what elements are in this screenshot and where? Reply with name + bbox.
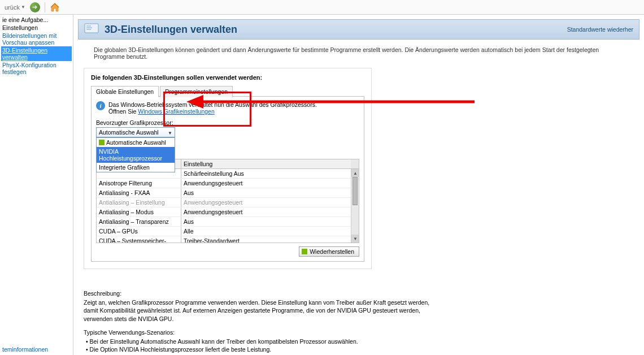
cell-setting: Anwendungsgesteuert — [181, 207, 351, 217]
restore-button[interactable]: Wiederherstellen — [299, 246, 359, 257]
sidebar-item-physx[interactable]: PhysX-Konfiguration festlegen — [2, 61, 71, 76]
settings-frame: Die folgenden 3D-Einstellungen sollen ve… — [84, 68, 372, 269]
sidebar-group: Einstellungen — [2, 24, 71, 32]
table-row[interactable]: Anisotrope FilterungAnwendungsgesteuert — [97, 179, 359, 188]
forward-button[interactable]: ➔ — [30, 2, 40, 12]
intro-text: Die globalen 3D-Einstellungen können geä… — [78, 40, 639, 68]
info-icon: i — [96, 101, 105, 110]
back-button[interactable]: urück ▼ — [2, 3, 28, 12]
cell-feature: Antialiasing – Modus — [97, 207, 181, 217]
gpu-dropdown-list: Automatische Auswahl NVIDIA Hochleistung… — [96, 137, 175, 172]
windows-graphics-link[interactable]: Windows Grafikeinstellungen — [138, 108, 214, 115]
scenario-1: Bei der Einstellung Automatische Auswahl… — [86, 337, 434, 345]
scroll-thumb[interactable] — [353, 177, 358, 205]
toolbar-separator — [45, 2, 45, 12]
desc-heading: Beschreibung: — [84, 289, 434, 297]
arrow-right-icon: ➔ — [32, 3, 37, 11]
sidebar-item-preview[interactable]: Bildeinstellungen mit Vorschau anpassen — [2, 32, 71, 46]
dd-opt-auto[interactable]: Automatische Auswahl — [97, 138, 175, 147]
home-button[interactable] — [50, 2, 60, 12]
settings-heading: Die folgenden 3D-Einstellungen sollen ve… — [91, 74, 364, 81]
table-row[interactable]: Antialiasing - FXAAAus — [97, 188, 359, 198]
cell-feature: Antialiasing – Transparenz — [97, 217, 181, 226]
tabs: Globale Einstellungen Programmeinstellun… — [91, 85, 364, 97]
cell-setting: Anwendungsgesteuert — [181, 179, 351, 188]
cell-feature: Anisotrope Filterung — [97, 179, 181, 188]
info-line2a: Öffnen Sie — [108, 108, 138, 115]
main-panel: 3D-Einstellungen verwalten Standardwerte… — [73, 15, 644, 355]
gpu-dropdown-button[interactable]: Automatische Auswahl ▼ — [96, 127, 175, 137]
svg-rect-0 — [85, 24, 98, 33]
dd-opt-integrated[interactable]: Integrierte Grafiken — [97, 163, 175, 172]
scrollbar[interactable]: ▲ ▼ — [351, 169, 359, 243]
scenario-2: Die Option NVIDIA Hochleistungsprozessor… — [86, 345, 434, 353]
restore-button-label: Wiederherstellen — [310, 248, 354, 255]
dd-opt-nvidia[interactable]: NVIDIA Hochleistungsprozessor — [97, 147, 175, 163]
cell-feature: CUDA – GPUs — [97, 227, 181, 236]
tab-panel-global: i Das Windows-Betriebssystem verwaltet n… — [91, 96, 364, 262]
nvidia-icon — [99, 140, 105, 145]
navigation-toolbar: urück ▼ ➔ — [0, 0, 644, 15]
sidebar-item-3d-settings[interactable]: 3D-Einstellungen verwalten — [1, 46, 72, 61]
cell-setting: Anwendungsgesteuert — [181, 198, 351, 207]
table-row[interactable]: CUDA – GPUsAlle — [97, 227, 359, 236]
info-text: Das Windows-Betriebssystem verwaltet nun… — [108, 101, 317, 115]
scenarios-list: Bei der Einstellung Automatische Auswahl… — [84, 337, 434, 355]
gpu-dropdown[interactable]: Automatische Auswahl ▼ Automatische Ausw… — [96, 127, 175, 137]
sidebar-task-heading: ie eine Aufgabe... — [2, 16, 71, 24]
cell-setting: Alle — [181, 227, 351, 236]
dd-opt-integrated-label: Integrierte Grafiken — [99, 164, 150, 171]
dd-opt-auto-label: Automatische Auswahl — [106, 139, 166, 146]
description-block: Beschreibung: Zeigt an, welchen Grafikpr… — [84, 289, 434, 355]
scenarios-heading: Typische Verwendungs-Szenarios: — [84, 328, 434, 336]
cell-setting: Aus — [181, 217, 351, 226]
nvidia-icon — [302, 249, 307, 254]
table-row[interactable]: Antialiasing – EinstellungAnwendungsgest… — [97, 198, 359, 207]
page-banner: 3D-Einstellungen verwalten Standardwerte… — [78, 19, 639, 40]
cell-setting: Aus — [181, 188, 351, 197]
scroll-down-icon[interactable]: ▼ — [351, 235, 359, 243]
settings-table-body: Schärfeeinstellung AusAnisotrope Filteru… — [97, 169, 359, 243]
svg-rect-1 — [89, 33, 94, 35]
dd-opt-nvidia-label: NVIDIA Hochleistungsprozessor — [99, 148, 172, 162]
back-label: urück — [5, 4, 20, 11]
cell-setting: Treiber-Standardwert — [181, 236, 351, 243]
sidebar: ie eine Aufgabe... Einstellungen Bildein… — [0, 15, 73, 355]
table-row[interactable]: Antialiasing – ModusAnwendungsgesteuert — [97, 207, 359, 217]
home-icon — [50, 2, 60, 12]
table-row[interactable]: Antialiasing – TransparenzAus — [97, 217, 359, 227]
tab-global[interactable]: Globale Einstellungen — [91, 86, 159, 97]
col-setting: Einstellung — [181, 159, 351, 168]
gpu-label: Bevorzugter Grafikprozessor: — [96, 119, 359, 126]
table-row[interactable]: CUDA – Systemspeicher-Fallback-Richtlini… — [97, 236, 359, 243]
cell-feature: Antialiasing – Einstellung — [97, 198, 181, 207]
page-title: 3D-Einstellungen verwalten — [105, 24, 237, 36]
info-message: i Das Windows-Betriebssystem verwaltet n… — [96, 101, 359, 115]
cell-feature: CUDA – Systemspeicher-Fallback-Richtlini… — [97, 236, 181, 243]
tab-program[interactable]: Programmeinstellungen — [160, 86, 233, 97]
cell-setting: Schärfeeinstellung Aus — [181, 169, 351, 178]
restore-defaults-link[interactable]: Standardwerte wiederher — [567, 26, 633, 33]
gpu-dropdown-value: Automatische Auswahl — [99, 129, 159, 136]
chevron-down-icon: ▼ — [167, 129, 173, 137]
scrollbar-head — [351, 159, 359, 168]
scroll-up-icon[interactable]: ▲ — [351, 169, 359, 177]
system-info-link[interactable]: teminformationen — [2, 346, 48, 353]
cell-feature: Antialiasing - FXAA — [97, 188, 181, 197]
info-line1: Das Windows-Betriebssystem verwaltet nun… — [108, 101, 317, 108]
chevron-down-icon: ▼ — [21, 5, 25, 10]
desc-text: Zeigt an, welchen Grafikprozessor Progra… — [84, 298, 434, 323]
monitor-icon — [84, 23, 99, 36]
